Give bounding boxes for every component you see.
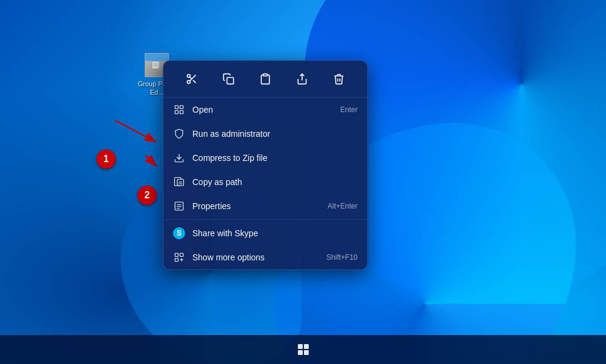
- paste-icon: [259, 73, 271, 85]
- copy-icon: [223, 73, 235, 85]
- svg-rect-18: [175, 111, 178, 114]
- menu-item-compress[interactable]: Compress to Zip file: [163, 146, 367, 170]
- svg-rect-1: [152, 59, 159, 61]
- more-options-icon: [173, 251, 185, 263]
- menu-item-more-options-label: Show more options: [192, 253, 319, 262]
- menu-item-open[interactable]: Open Enter: [163, 98, 367, 122]
- annotation-1: 1: [96, 149, 116, 169]
- menu-item-open-label: Open: [192, 105, 333, 115]
- run-admin-icon: [173, 128, 185, 140]
- svg-rect-33: [298, 350, 303, 355]
- svg-rect-34: [304, 350, 309, 355]
- menu-item-properties-shortcut: Alt+Enter: [327, 202, 358, 210]
- svg-rect-24: [175, 202, 183, 210]
- shield-icon: [174, 128, 185, 139]
- menu-separator: [163, 219, 367, 220]
- properties-icon: [173, 200, 185, 212]
- svg-rect-32: [304, 344, 309, 349]
- open-file-icon: [174, 104, 185, 115]
- menu-item-open-shortcut: Enter: [340, 105, 358, 114]
- copy-path-icon: [173, 176, 185, 188]
- svg-rect-13: [264, 74, 268, 76]
- copy-path-file-icon: [174, 177, 185, 187]
- menu-item-run-admin[interactable]: Run as administrator: [163, 122, 367, 146]
- annotation-circle-1: 1: [96, 149, 116, 169]
- menu-item-run-admin-label: Run as administrator: [192, 129, 358, 139]
- svg-rect-21: [177, 180, 184, 186]
- menu-item-skype-label: Share with Skype: [192, 228, 358, 238]
- menu-item-skype[interactable]: S Share with Skype: [163, 221, 367, 245]
- svg-rect-17: [180, 111, 183, 114]
- start-button[interactable]: [296, 342, 311, 357]
- skype-icon: S: [173, 227, 185, 239]
- svg-rect-28: [175, 253, 178, 256]
- svg-rect-15: [175, 105, 178, 108]
- menu-item-copy-path-label: Copy as path: [192, 177, 358, 187]
- annotation-circle-2: 2: [137, 186, 157, 205]
- skype-circle: S: [173, 227, 185, 239]
- open-icon: [173, 104, 185, 116]
- menu-item-more-options[interactable]: Show more options Shift+F10: [163, 245, 367, 269]
- cut-icon: [186, 73, 198, 85]
- svg-point-8: [187, 81, 190, 84]
- compress-icon: [173, 152, 185, 164]
- context-menu: Open Enter Run as administrator Compress…: [163, 60, 368, 270]
- annotation-2: 2: [137, 186, 157, 205]
- delete-button[interactable]: [328, 68, 350, 90]
- zip-icon: [174, 152, 185, 163]
- menu-item-properties-label: Properties: [192, 201, 320, 211]
- menu-item-more-options-shortcut: Shift+F10: [326, 253, 358, 262]
- svg-rect-16: [180, 105, 183, 108]
- menu-item-properties[interactable]: Properties Alt+Enter: [163, 194, 367, 218]
- svg-line-10: [193, 80, 196, 83]
- svg-line-11: [189, 77, 191, 79]
- menu-item-copy-path[interactable]: Copy as path: [163, 170, 367, 194]
- properties-file-icon: [174, 201, 185, 212]
- cut-button[interactable]: [181, 68, 203, 90]
- share-button[interactable]: [291, 68, 313, 90]
- more-options-grid-icon: [174, 252, 185, 263]
- paste-button[interactable]: [254, 68, 276, 90]
- svg-rect-12: [227, 78, 233, 84]
- svg-rect-29: [180, 253, 183, 256]
- menu-item-compress-label: Compress to Zip file: [192, 153, 358, 163]
- context-toolbar: [163, 61, 367, 98]
- svg-point-7: [187, 75, 190, 78]
- delete-icon: [333, 73, 345, 85]
- taskbar: [0, 335, 606, 364]
- file-icon: [150, 58, 164, 72]
- share-icon: [296, 73, 308, 85]
- svg-rect-30: [175, 259, 178, 262]
- svg-rect-31: [298, 344, 303, 349]
- copy-button[interactable]: [218, 68, 239, 90]
